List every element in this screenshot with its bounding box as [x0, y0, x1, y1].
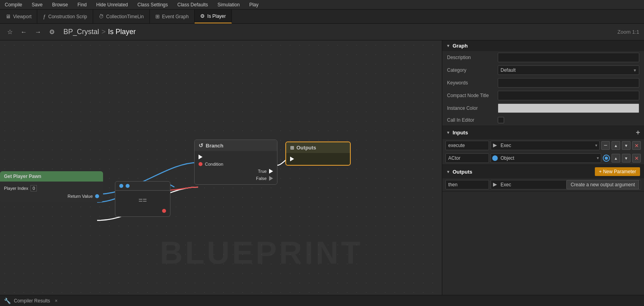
- graph-description-row: Description: [442, 51, 644, 64]
- true-pin: [269, 169, 273, 174]
- breadcrumb: BP_Crystal > Is Player: [63, 28, 136, 36]
- compiler-icon: 🔧: [4, 298, 11, 304]
- tab-event-graph-label: Event Graph: [162, 14, 189, 19]
- back-button[interactable]: ←: [18, 27, 29, 37]
- tab-collection-label: CollectionTimeLin: [106, 14, 144, 19]
- node-equals[interactable]: ==: [115, 181, 170, 217]
- zoom-label: Zoom 1:1: [617, 29, 639, 35]
- tab-is-player[interactable]: ⚙ Is Player: [195, 10, 232, 23]
- menu-find[interactable]: Find: [76, 1, 88, 8]
- pin-equals-left1: [119, 184, 123, 188]
- graph-section: ▼ Graph Description Category Default ▼ K…: [442, 40, 644, 126]
- new-output-tooltip: Create a new output argument: [566, 180, 639, 189]
- category-select[interactable]: Default: [498, 65, 639, 75]
- condition-label: Condition: [205, 162, 223, 166]
- tab-is-player-label: Is Player: [207, 13, 226, 19]
- menu-play[interactable]: Play: [248, 1, 260, 8]
- settings-button[interactable]: ⚙: [47, 27, 57, 37]
- collection-icon: ⏱: [99, 13, 104, 19]
- input-row-execute: Exec ▼ − ▲ ▼ ✕: [442, 139, 644, 152]
- graph-category-row: Category Default ▼: [442, 64, 644, 76]
- menu-class-settings[interactable]: Class Settings: [136, 1, 170, 8]
- node-set-player-pawn[interactable]: Get Player Pawn Player Index 0 Return Va…: [0, 171, 103, 202]
- pin-equals-out: [162, 209, 166, 213]
- graph-section-header: ▼ Graph: [442, 40, 644, 51]
- node-branch-title: Branch: [206, 143, 224, 149]
- input-actor-type-wrap: Object ▼: [491, 153, 601, 163]
- player-index-value: 0: [31, 185, 37, 191]
- condition-pin: [199, 162, 203, 166]
- input-execute-type-wrap: Exec ▼: [491, 141, 600, 150]
- star-button[interactable]: ☆: [5, 27, 15, 37]
- breadcrumb-separator: >: [101, 28, 106, 36]
- graph-keywords-row: Keywords: [442, 76, 644, 89]
- menu-browse[interactable]: Browse: [50, 1, 69, 8]
- bottom-bar: 🔧 Compiler Results ×: [0, 295, 644, 306]
- main-area: Get Player Pawn Player Index 0 Return Va…: [0, 40, 644, 295]
- menu-class-defaults[interactable]: Class Defaults: [176, 1, 209, 8]
- breadcrumb-root: BP_Crystal: [63, 28, 99, 36]
- blueprint-canvas[interactable]: Get Player Pawn Player Index 0 Return Va…: [0, 40, 442, 295]
- false-pin: [269, 176, 273, 181]
- tab-event-graph[interactable]: ⊞ Event Graph: [150, 10, 195, 23]
- pin-branch-false: False: [195, 175, 277, 182]
- input-execute-name[interactable]: [445, 141, 489, 150]
- menu-compile[interactable]: Compile: [3, 1, 24, 8]
- output-then-name[interactable]: [445, 180, 489, 189]
- pin-return-value: Return Value: [0, 193, 103, 200]
- forward-button[interactable]: →: [32, 27, 44, 37]
- instance-color-label: Instance Color: [447, 105, 495, 111]
- input-execute-up-button[interactable]: ▲: [612, 141, 620, 150]
- outputs-exec-in: [290, 157, 294, 161]
- branch-refresh-icon: ↺: [199, 142, 203, 149]
- exec-in-arrow: [199, 155, 203, 159]
- node-branch-body: Condition True False: [195, 151, 277, 184]
- tab-viewport[interactable]: 🖥 Viewport: [0, 10, 37, 23]
- pin-player-index: Player Index 0: [0, 184, 103, 193]
- graph-call-in-editor-row: Call In Editor: [442, 115, 644, 126]
- menu-hide-unrelated[interactable]: Hide Unrelated: [95, 1, 130, 8]
- input-actor-up-button[interactable]: ▲: [612, 154, 620, 163]
- compact-title-input[interactable]: [498, 91, 639, 100]
- pin-equals-result: [115, 208, 170, 214]
- right-panel: ▼ Graph Description Category Default ▼ K…: [442, 40, 644, 295]
- node-branch[interactable]: ↺ Branch Condition True False: [194, 140, 277, 185]
- input-actor-remove-button[interactable]: ✕: [632, 154, 641, 163]
- outputs-section: ▼ Outputs + New Parameter Exec ▼ Cr: [442, 165, 644, 191]
- outputs-section-title: Outputs: [453, 169, 472, 175]
- viewport-icon: 🖥: [6, 13, 11, 19]
- compact-title-label: Compact Node Title: [447, 93, 495, 98]
- node-outputs-header: ⊞ Outputs: [286, 142, 350, 153]
- return-value-pin: [95, 194, 99, 198]
- event-graph-icon: ⊞: [155, 13, 160, 19]
- call-in-editor-checkbox[interactable]: [498, 117, 504, 123]
- menu-save[interactable]: Save: [30, 1, 44, 8]
- graph-compact-title-row: Compact Node Title: [442, 89, 644, 102]
- menu-simulation[interactable]: Simulation: [216, 1, 241, 8]
- instance-color-input[interactable]: [498, 103, 639, 113]
- input-actor-down-button[interactable]: ▼: [622, 154, 631, 163]
- return-value-label: Return Value: [68, 194, 93, 199]
- description-input[interactable]: [498, 53, 639, 62]
- graph-section-title: Graph: [453, 43, 468, 49]
- keywords-input[interactable]: [498, 78, 639, 88]
- input-execute-remove-button[interactable]: ✕: [632, 141, 641, 150]
- input-execute-type-select[interactable]: Exec: [491, 141, 600, 150]
- node-outputs-body: [286, 153, 350, 165]
- tab-construction-label: Construction Scrip: [48, 14, 87, 19]
- input-actor-type-select[interactable]: Object: [491, 153, 601, 163]
- inputs-section: ▼ Inputs + Exec ▼ − ▲ ▼: [442, 126, 644, 165]
- compiler-close-button[interactable]: ×: [55, 298, 57, 304]
- add-input-button[interactable]: +: [636, 128, 640, 137]
- node-set-player-body: Player Index 0 Return Value: [0, 182, 103, 202]
- call-in-editor-label: Call In Editor: [447, 117, 495, 123]
- node-outputs[interactable]: ⊞ Outputs: [285, 142, 351, 166]
- node-outputs-title: Outputs: [296, 145, 316, 151]
- tab-collection[interactable]: ⏱ CollectionTimeLin: [93, 10, 150, 23]
- category-select-wrap: Default ▼: [498, 65, 639, 75]
- tab-construction[interactable]: ƒ Construction Scrip: [37, 10, 93, 23]
- new-parameter-button[interactable]: + New Parameter: [595, 167, 640, 176]
- input-actor-name[interactable]: [445, 153, 489, 163]
- input-execute-minus-button[interactable]: −: [601, 141, 610, 150]
- input-execute-down-button[interactable]: ▼: [622, 141, 631, 150]
